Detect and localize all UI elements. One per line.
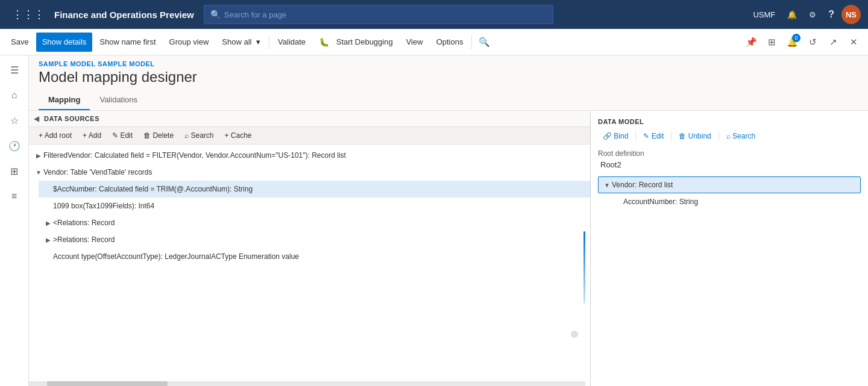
options-button[interactable]: Options xyxy=(430,33,470,52)
refresh-icon[interactable]: ↺ xyxy=(803,33,822,52)
global-search-box[interactable]: 🔍 xyxy=(204,5,553,24)
dm-expand-icon-0[interactable]: ▼ xyxy=(602,180,612,190)
split-pane: ◀ DATA SOURCES + Add root + Add ✎ Edit 🗑… xyxy=(29,111,868,386)
delete-button[interactable]: 🗑 Delete xyxy=(139,129,178,142)
start-debugging-button[interactable]: 🐛 Start Debugging xyxy=(313,33,399,52)
expand-icon-0[interactable]: ▶ xyxy=(34,151,43,160)
app-title: Finance and Operations Preview xyxy=(54,10,194,20)
save-button[interactable]: Save xyxy=(5,33,35,52)
sidebar-workspaces-icon[interactable]: ⊞ xyxy=(2,159,27,183)
show-details-button[interactable]: Show details xyxy=(36,33,93,52)
ds-row-text-6: Account type(OffsetAccountType): LedgerJ… xyxy=(53,252,299,261)
dm-search-button[interactable]: ⌕ Search xyxy=(722,130,760,142)
search-icon: 🔍 xyxy=(210,10,221,19)
group-view-button[interactable]: Group view xyxy=(163,33,215,52)
add-root-button[interactable]: + Add root xyxy=(34,129,77,142)
tabs-bar: Mapping Validations xyxy=(29,90,868,111)
sidebar-recent-icon[interactable]: 🕐 xyxy=(2,134,27,158)
avatar[interactable]: NS xyxy=(841,5,861,24)
bind-button[interactable]: 🔗 Bind xyxy=(598,130,633,142)
notifications-icon[interactable]: 🔔 xyxy=(782,8,802,22)
ds-panel-title: DATA SOURCES xyxy=(44,115,99,122)
edit-button[interactable]: ✎ Edit xyxy=(107,129,137,142)
user-company: USMF xyxy=(748,8,780,22)
dm-expand-icon-1[interactable] xyxy=(614,197,623,207)
expand-icon-3[interactable] xyxy=(43,201,53,211)
dm-row-text-0: Vendor: Record list xyxy=(612,181,673,189)
ds-row-relations-in[interactable]: ▶ <Relations: Record xyxy=(39,214,590,231)
ds-row-text-1: Vendor: Table 'VendTable' records xyxy=(43,168,153,176)
mapping-indicator xyxy=(583,231,585,304)
sidebar-left: ☰ ⌂ ☆ 🕐 ⊞ ≡ xyxy=(0,55,29,386)
dm-sep-1 xyxy=(635,131,636,141)
search-button[interactable]: ⌕ Search xyxy=(180,129,218,142)
sidebar-modules-icon[interactable]: ≡ xyxy=(2,184,27,208)
expand-icon-4[interactable]: ▶ xyxy=(43,218,53,228)
ds-row-vendor[interactable]: ▼ Vendor: Table 'VendTable' records xyxy=(29,164,590,181)
top-navigation: ⋮⋮⋮ Finance and Operations Preview 🔍 USM… xyxy=(0,0,868,29)
settings-icon[interactable]: ⚙ xyxy=(804,8,821,22)
dm-row-account-number[interactable]: AccountNumber: String xyxy=(610,193,861,210)
data-sources-panel: ◀ DATA SOURCES + Add root + Add ✎ Edit 🗑… xyxy=(29,111,591,386)
ds-row-accnumber[interactable]: $AccNumber: Calculated field = TRIM(@.Ac… xyxy=(39,181,590,198)
data-model-panel: DATA MODEL 🔗 Bind ✎ Edit 🗑 Unbind ⌕ Sear… xyxy=(591,111,868,386)
root-definition-label: Root definition xyxy=(598,149,861,158)
ds-row-text-2: $AccNumber: Calculated field = TRIM(@.Ac… xyxy=(53,185,253,193)
scroll-indicator xyxy=(571,331,578,338)
ds-row-text-0: FilteredVendor: Calculated field = FILTE… xyxy=(43,151,346,160)
page-title: Model mapping designer xyxy=(29,67,868,90)
ds-row-account-type[interactable]: Account type(OffsetAccountType): LedgerJ… xyxy=(39,248,590,265)
ds-row-filtered-vendor[interactable]: ▶ FilteredVendor: Calculated field = FIL… xyxy=(29,147,590,164)
ds-row-text-5: >Relations: Record xyxy=(53,235,115,244)
tab-mapping[interactable]: Mapping xyxy=(39,90,90,110)
search-input[interactable] xyxy=(224,10,547,19)
ds-horizontal-scrollbar[interactable] xyxy=(29,381,585,386)
main-layout: ☰ ⌂ ☆ 🕐 ⊞ ≡ SAMPLE MODEL SAMPLE MODEL Mo… xyxy=(0,55,868,386)
top-nav-actions: USMF 🔔 ⚙ ? NS xyxy=(748,5,861,24)
ds-row-relations-out[interactable]: ▶ >Relations: Record xyxy=(39,231,590,248)
expand-icon-1[interactable]: ▼ xyxy=(34,167,43,177)
app-grid-icon[interactable]: ⋮⋮⋮ xyxy=(7,5,49,23)
show-all-button[interactable]: Show all ▾ xyxy=(216,33,266,52)
toolbar-separator-1 xyxy=(269,35,269,49)
dm-row-text-1: AccountNumber: String xyxy=(623,198,698,206)
search-toolbar-icon[interactable]: 🔍 xyxy=(474,33,494,52)
view-button[interactable]: View xyxy=(400,33,429,52)
validate-button[interactable]: Validate xyxy=(272,33,312,52)
dm-edit-button[interactable]: ✎ Edit xyxy=(638,130,668,142)
unbind-button[interactable]: 🗑 Unbind xyxy=(674,130,715,142)
ds-row-text-3: 1099 box(Tax1099Fields): Int64 xyxy=(53,202,154,210)
sidebar-favorites-icon[interactable]: ☆ xyxy=(2,108,27,132)
close-icon[interactable]: ✕ xyxy=(844,33,863,52)
breadcrumb: SAMPLE MODEL SAMPLE MODEL xyxy=(29,55,868,67)
ds-tree: ▶ FilteredVendor: Calculated field = FIL… xyxy=(29,145,590,267)
dm-row-vendor[interactable]: ▼ Vendor: Record list xyxy=(598,176,861,193)
cache-button[interactable]: + Cache xyxy=(219,129,256,142)
dm-panel-title: DATA MODEL xyxy=(598,118,861,125)
ds-scrollbar-thumb xyxy=(47,381,168,386)
dm-sep-2 xyxy=(671,131,671,141)
badge-icon[interactable]: 🔔0 xyxy=(782,33,802,52)
tab-validations[interactable]: Validations xyxy=(90,90,147,110)
expand-icon-2[interactable] xyxy=(43,184,53,194)
fullscreen-icon[interactable]: ⊞ xyxy=(762,33,781,52)
sidebar-collapse-icon[interactable]: ☰ xyxy=(2,58,27,82)
ds-row-text-4: <Relations: Record xyxy=(53,219,115,227)
content-area: SAMPLE MODEL SAMPLE MODEL Model mapping … xyxy=(29,55,868,386)
expand-icon-6[interactable] xyxy=(43,252,53,261)
sidebar-home-icon[interactable]: ⌂ xyxy=(2,83,27,107)
main-toolbar: Save Show details Show name first Group … xyxy=(0,29,868,55)
show-name-first-button[interactable]: Show name first xyxy=(93,33,162,52)
external-link-icon[interactable]: ↗ xyxy=(823,33,843,52)
ds-toolbar: + Add root + Add ✎ Edit 🗑 Delete ⌕ Searc… xyxy=(29,127,590,145)
pin-icon[interactable]: 📌 xyxy=(741,33,761,52)
dm-sep-3 xyxy=(719,131,719,141)
ds-collapse-icon[interactable]: ◀ xyxy=(34,114,39,123)
add-button[interactable]: + Add xyxy=(78,129,106,142)
expand-icon-5[interactable]: ▶ xyxy=(43,235,53,244)
ds-row-1099box[interactable]: 1099 box(Tax1099Fields): Int64 xyxy=(39,198,590,214)
root-definition-value: Root2 xyxy=(598,160,861,169)
dm-toolbar: 🔗 Bind ✎ Edit 🗑 Unbind ⌕ Search xyxy=(598,130,861,142)
help-icon[interactable]: ? xyxy=(823,7,839,22)
toolbar-separator-2 xyxy=(471,35,472,49)
